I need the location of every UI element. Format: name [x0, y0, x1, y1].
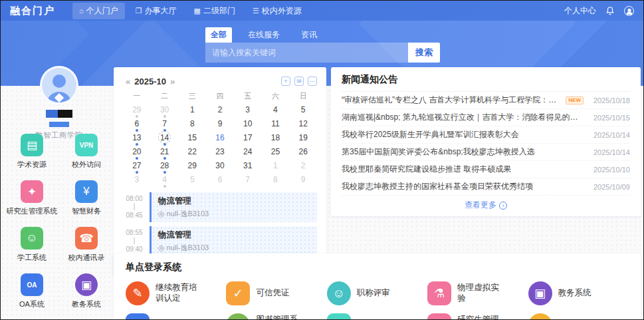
weekday-label: 三	[178, 91, 206, 103]
news-item[interactable]: 我校里耶秦简研究院建设稳步推进 取得丰硕成果2025/10/10	[342, 161, 630, 178]
calendar-day[interactable]: 24	[234, 145, 262, 159]
day-number: 14	[158, 131, 171, 144]
calendar-day[interactable]: 4	[151, 173, 179, 187]
calendar-day[interactable]: 25	[262, 145, 290, 159]
search-input[interactable]	[205, 43, 408, 63]
sso-app-item[interactable]: ★智慧党建	[528, 313, 629, 320]
calendar-day[interactable]: 31	[234, 159, 262, 173]
calendar-day[interactable]: 8	[178, 117, 206, 131]
calendar-day[interactable]: 21	[151, 145, 179, 159]
news-item[interactable]: 第35届中国新闻奖评委公布&nbsp;我校廖志坤教授入选2025/10/14	[342, 144, 630, 161]
nav-tab[interactable]: ☰校内外资源	[246, 3, 308, 19]
sso-app-item[interactable]: ✦研究生管理系统	[427, 313, 528, 320]
brand-logo[interactable]: 融合门户	[10, 5, 55, 17]
search-scope-tab[interactable]: 在线服务	[243, 27, 285, 43]
sso-app-item[interactable]: OAOA系统	[126, 313, 226, 320]
avatar-head	[53, 75, 66, 88]
next-month-button[interactable]: »	[167, 77, 177, 86]
schedule-event[interactable]: 08:55|09:40物流管理◎null-逸B3103	[123, 226, 317, 256]
add-schedule-icon[interactable]: +	[281, 77, 290, 86]
calendar-day[interactable]: 29	[178, 159, 206, 173]
calendar-day[interactable]: 7	[234, 173, 262, 187]
search-button[interactable]: 搜索	[408, 43, 440, 63]
sidebar-app-item[interactable]: ▣教务系统	[59, 273, 114, 309]
calendar-day[interactable]: 20	[123, 145, 151, 159]
calendar-day[interactable]: 23	[206, 145, 234, 159]
sso-app-item[interactable]: ▣教务系统	[528, 281, 629, 305]
search-scope-tab[interactable]: 全部	[205, 27, 232, 43]
calendar-day[interactable]: 1	[178, 103, 206, 117]
account-icon[interactable]	[624, 6, 634, 16]
calendar-day[interactable]: 14	[151, 131, 179, 145]
calendar-day[interactable]: 12	[289, 117, 317, 131]
news-item[interactable]: 我校举行2025级新生开学典礼暨军训汇报表彰大会2025/10/14	[342, 126, 630, 144]
sidebar-app-item[interactable]: OAOA系统	[5, 273, 59, 309]
calendar-week-row: 20212223242526	[123, 145, 317, 159]
calendar-day[interactable]: 6	[206, 173, 234, 187]
calendar-day[interactable]: 1	[262, 159, 290, 173]
calendar-day[interactable]: 13	[123, 131, 151, 145]
sidebar-app-item[interactable]: ☎校内通讯录	[59, 227, 114, 263]
calendar-day[interactable]: 3	[234, 103, 262, 117]
search-tabs: 全部在线服务资讯	[205, 29, 440, 43]
calendar-day[interactable]: 3	[123, 173, 151, 187]
prev-month-button[interactable]: «	[123, 77, 133, 86]
app-label: 校外访问	[72, 160, 101, 170]
sso-app-item[interactable]: ▤图书管理系统	[226, 313, 326, 320]
more-apps-icon[interactable]: ⋯	[308, 77, 317, 86]
calendar-day[interactable]: 5	[289, 103, 317, 117]
calendar-day[interactable]: 5	[178, 173, 206, 187]
calendar-day[interactable]: 16	[206, 131, 234, 145]
calendar-day[interactable]: 30	[206, 159, 234, 173]
calendar-day[interactable]: 15	[178, 131, 206, 145]
calendar-day[interactable]: 17	[234, 131, 262, 145]
calendar-day[interactable]: 22	[178, 145, 206, 159]
calendar-day[interactable]: 6	[123, 117, 151, 131]
sso-app-item[interactable]: ☺职称评审	[327, 281, 427, 305]
day-number: 12	[297, 118, 310, 130]
sidebar-app-item[interactable]: ☺学工系统	[5, 227, 59, 263]
calendar-day[interactable]: 8	[262, 173, 290, 187]
view-more-link[interactable]: 查看更多 ›	[342, 196, 630, 212]
app-label: 学工系统	[17, 253, 47, 263]
calendar-month-label: 2025-10	[134, 77, 166, 86]
calendar-week-row: 6789101112	[123, 117, 317, 131]
calendar-day[interactable]: 26	[289, 145, 317, 159]
calendar-day[interactable]: 2	[206, 103, 234, 117]
calendar-day[interactable]: 10	[234, 117, 262, 131]
sidebar-app-item[interactable]: ¥智慧财务	[59, 180, 114, 216]
news-item[interactable]: “审核评估巡礼”专栏之八 吉首大学计算机科学与工程学院：高素质人才培养的探索与实…	[342, 92, 630, 109]
news-item[interactable]: 我校廖志坤教授主持的国家社科基金项目荣获优秀结项2025/10/09	[342, 178, 630, 196]
sidebar-app-item[interactable]: VPN校外访问	[59, 134, 114, 170]
news-item-date: 2025/10/14	[588, 148, 630, 156]
calendar-day[interactable]: 18	[262, 131, 290, 145]
day-number: 2	[213, 104, 226, 116]
nav-tab[interactable]: ▦二级部门	[187, 3, 242, 19]
sso-app-item[interactable]: VPN校外访问	[327, 313, 427, 320]
calendar-day[interactable]: 29	[123, 103, 151, 117]
calendar-day[interactable]: 11	[262, 117, 290, 131]
calendar-day[interactable]: 9	[289, 173, 317, 187]
sidebar-app-item[interactable]: ▤学术资源	[5, 134, 59, 170]
sso-app-item[interactable]: ⚗物理虚拟实验	[427, 281, 528, 305]
avatar[interactable]	[40, 66, 78, 104]
calendar-day[interactable]: 7	[151, 117, 179, 131]
sso-app-item[interactable]: ✎继续教育培训认定	[126, 281, 226, 305]
personal-center-link[interactable]: 个人中心	[564, 5, 596, 17]
calendar-day[interactable]: 30	[151, 103, 179, 117]
calendar-day[interactable]: 4	[262, 103, 290, 117]
sso-app-item[interactable]: ✓可信凭证	[226, 281, 326, 305]
calendar-day[interactable]: 2	[289, 159, 317, 173]
bell-icon[interactable]	[605, 6, 615, 15]
calendar-day[interactable]: 27	[123, 159, 151, 173]
nav-tab[interactable]: ⌂个人门户	[72, 3, 125, 19]
message-icon[interactable]: ✉	[294, 77, 304, 86]
news-item[interactable]: 湖南巡视|&nbsp; 第九轮巡视立行立改｜吉首大学：消除看得见的安全隐患，筑牢…	[342, 109, 630, 126]
search-scope-tab[interactable]: 资讯	[296, 27, 322, 43]
nav-tab[interactable]: ❒办事大厅	[129, 3, 183, 19]
calendar-day[interactable]: 28	[151, 159, 179, 173]
sidebar-app-item[interactable]: ✦研究生管理系统	[5, 180, 59, 216]
calendar-day[interactable]: 19	[289, 131, 317, 145]
calendar-day[interactable]: 9	[206, 117, 234, 131]
schedule-event[interactable]: 08:00|08:45物流管理◎null-逸B3103	[123, 192, 317, 222]
